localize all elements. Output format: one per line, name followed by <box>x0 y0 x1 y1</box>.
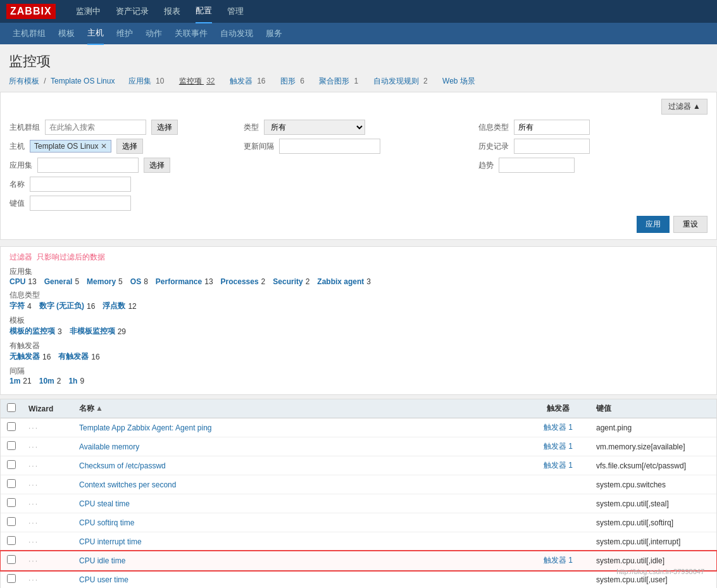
filter-tag-has-triggers[interactable]: 有触发器 <box>58 351 89 362</box>
filter-tags-app-set: CPU 13 General 5 Memory 5 OS 8 Performan… <box>9 277 708 286</box>
item-link[interactable]: CPU idle time <box>79 556 125 565</box>
sec-nav-actions[interactable]: 动作 <box>146 23 162 44</box>
breadcrumb-home[interactable]: 所有模板 <box>9 77 39 85</box>
input-key[interactable] <box>30 196 131 211</box>
filter-tag-10m[interactable]: 10m <box>39 377 54 385</box>
wizard-dots[interactable]: ··· <box>28 442 39 451</box>
item-link[interactable]: Available memory <box>79 442 139 451</box>
btn-reset[interactable]: 重设 <box>673 216 708 233</box>
filter-tag-char[interactable]: 字符 <box>9 301 25 311</box>
row-checkbox[interactable] <box>7 422 16 431</box>
tab-monitor-items[interactable]: 监控项 32 <box>179 77 218 85</box>
nav-monitor[interactable]: 监测中 <box>76 0 101 23</box>
filter-tag-float[interactable]: 浮点数 <box>103 301 125 311</box>
row-checkbox[interactable] <box>7 536 16 545</box>
sec-nav-services[interactable]: 服务 <box>266 23 282 44</box>
filter-tag-processes[interactable]: Processes <box>221 277 259 286</box>
wizard-dots[interactable]: ··· <box>28 499 39 508</box>
trigger-badge[interactable]: 触发器 1 <box>544 461 573 470</box>
filter-tag-non-template-items[interactable]: 非模板监控项 <box>70 326 115 337</box>
col-header-name[interactable]: 名称▲ <box>73 399 527 418</box>
wizard-dots[interactable]: ··· <box>28 556 39 565</box>
filter-tag-zabbix-agent[interactable]: Zabbix agent <box>317 277 364 286</box>
row-key: system.cpu.util[,idle] <box>590 551 716 570</box>
select-all-checkbox[interactable] <box>7 403 16 412</box>
wizard-dots[interactable]: ··· <box>28 423 39 432</box>
wizard-dots[interactable]: ··· <box>28 575 39 584</box>
sec-nav-event-correlations[interactable]: 关联事件 <box>175 23 208 44</box>
filter-tag-no-triggers[interactable]: 无触发器 <box>9 351 40 362</box>
row-checkbox[interactable] <box>7 441 16 450</box>
row-checkbox[interactable] <box>7 574 16 583</box>
tab-web-scenarios[interactable]: Web 场景 <box>442 77 475 85</box>
filter-tags-info-type: 字符 4 数字 (无正负) 16 浮点数 12 <box>9 301 708 311</box>
item-link[interactable]: Checksum of /etc/passwd <box>79 461 166 470</box>
btn-host-group-select[interactable]: 选择 <box>151 120 178 135</box>
filter-tag-memory[interactable]: Memory <box>87 277 116 286</box>
tab-graphs[interactable]: 图形 6 <box>280 77 307 85</box>
sec-nav-hosts[interactable]: 主机 <box>87 22 104 45</box>
sec-nav-templates[interactable]: 模板 <box>58 23 75 44</box>
row-check <box>1 532 22 551</box>
wizard-dots[interactable]: ··· <box>28 537 39 546</box>
filter-tag-general[interactable]: General <box>44 277 73 286</box>
tab-discovery-rules[interactable]: 自动发现规则 2 <box>373 77 430 85</box>
tab-aggregate[interactable]: 聚合图形 1 <box>319 77 361 85</box>
row-checkbox[interactable] <box>7 517 16 526</box>
row-checkbox[interactable] <box>7 460 16 469</box>
filter-tags-triggers: 无触发器 16 有触发器 16 <box>9 351 708 362</box>
filter-tag-1h[interactable]: 1h <box>68 377 77 385</box>
filter-tag-template-items[interactable]: 模板的监控项 <box>9 326 55 337</box>
input-name[interactable] <box>30 177 131 192</box>
input-history[interactable] <box>514 139 590 154</box>
filter-tag-os[interactable]: OS <box>130 277 141 286</box>
trigger-badge[interactable]: 触发器 1 <box>544 442 573 451</box>
sec-nav-discovery[interactable]: 自动发现 <box>220 23 253 44</box>
item-link[interactable]: CPU softirq time <box>79 518 134 527</box>
filter-tag-unsigned[interactable]: 数字 (无正负) <box>39 301 84 311</box>
wizard-dots[interactable]: ··· <box>28 480 39 489</box>
select-type[interactable]: 所有 <box>264 120 365 135</box>
item-link[interactable]: CPU interrupt time <box>79 537 142 546</box>
item-link[interactable]: CPU steal time <box>79 499 130 508</box>
filter-tag-performance[interactable]: Performance <box>156 277 202 286</box>
row-checkbox[interactable] <box>7 498 16 507</box>
btn-app-set-select[interactable]: 选择 <box>144 158 170 173</box>
input-app-set[interactable] <box>37 158 139 173</box>
table-body: ··· Template App Zabbix Agent: Agent pin… <box>1 418 716 589</box>
filter-tag-security[interactable]: Security <box>273 277 302 286</box>
filter-tag-1h-count: 9 <box>80 377 84 385</box>
table-header-row: Wizard 名称▲ 触发器 键值 <box>1 399 716 418</box>
sec-nav-maintenance[interactable]: 维护 <box>116 23 133 44</box>
input-host-group[interactable] <box>45 120 146 135</box>
item-link[interactable]: Template App Zabbix Agent: Agent ping <box>79 423 211 432</box>
tab-app-set[interactable]: 应用集 10 <box>128 77 167 85</box>
trigger-badge[interactable]: 触发器 1 <box>544 556 573 565</box>
item-link[interactable]: CPU user time <box>79 575 128 584</box>
breadcrumb-template[interactable]: Template OS Linux <box>51 77 115 85</box>
nav-config[interactable]: 配置 <box>196 0 212 23</box>
btn-host-select[interactable]: 选择 <box>116 139 143 154</box>
tab-triggers[interactable]: 触发器 16 <box>230 77 268 85</box>
nav-assets[interactable]: 资产记录 <box>116 0 149 23</box>
logo: ZABBIX <box>6 4 56 19</box>
filter-tag-has-triggers-count: 16 <box>91 353 99 361</box>
host-tag-remove[interactable]: ✕ <box>101 142 107 151</box>
filter-tag-1m[interactable]: 1m <box>9 377 20 385</box>
item-link[interactable]: Context switches per second <box>79 480 176 489</box>
row-checkbox[interactable] <box>7 555 16 564</box>
sec-nav-host-groups[interactable]: 主机群组 <box>13 23 46 44</box>
input-trend[interactable] <box>499 158 575 173</box>
trigger-badge[interactable]: 触发器 1 <box>544 423 573 432</box>
row-key: system.cpu.util[,softirq] <box>590 513 716 532</box>
input-info-type[interactable] <box>514 120 590 135</box>
btn-apply[interactable]: 应用 <box>637 216 670 233</box>
filter-toggle-button[interactable]: 过滤器 ▲ <box>661 99 708 115</box>
wizard-dots[interactable]: ··· <box>28 461 39 470</box>
input-update-interval[interactable] <box>279 139 380 154</box>
nav-reports[interactable]: 报表 <box>164 0 180 23</box>
row-checkbox[interactable] <box>7 479 16 488</box>
wizard-dots[interactable]: ··· <box>28 518 39 527</box>
nav-admin[interactable]: 管理 <box>227 0 244 23</box>
filter-tag-cpu[interactable]: CPU <box>9 277 25 286</box>
